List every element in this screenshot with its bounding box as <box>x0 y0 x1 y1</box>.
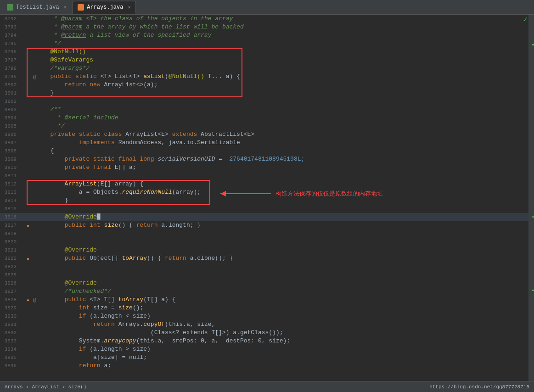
line-number: 3802 <box>3 99 20 104</box>
code-line: 3817▸● public int size() { return a.leng… <box>0 221 528 230</box>
code-line: 3815▸ <box>0 205 528 213</box>
line-number: 3809 <box>3 157 20 162</box>
line-number: 3813 <box>3 190 20 195</box>
line-number: 3805 <box>3 123 20 129</box>
line-number: 3793 <box>3 24 20 30</box>
code-line: 3792▸ * @param <T> the class of the obje… <box>0 15 528 23</box>
tab-testlist-label: TestList.java <box>16 4 59 11</box>
code-text: public int size() { return a.length; } <box>39 221 201 230</box>
line-number: 3803 <box>3 107 20 112</box>
code-line: 3830▸ if (a.length < size) <box>0 312 528 320</box>
code-line: 3835▸ a[size] = null; <box>0 353 528 362</box>
code-lines: 3792▸ * @param <T> the class of the obje… <box>0 15 528 370</box>
code-line: 3795▸ */ <box>0 39 528 48</box>
code-line: 3810▸ private final E[] a; <box>0 163 528 172</box>
code-line: 3802▸ <box>0 97 528 106</box>
indicator-mark-3 <box>532 290 534 291</box>
tab-testlist-close[interactable]: ✕ <box>64 4 67 10</box>
line-number: 3796 <box>3 49 20 55</box>
line-number: 3826 <box>3 280 20 286</box>
code-text: public <T> T[] toArray(T[] a) { <box>39 296 175 304</box>
code-text: int size = size(); <box>39 304 143 312</box>
code-text: * @param <T> the class of the objects in… <box>39 15 233 23</box>
code-line: 3809▸ private static final long serialVe… <box>0 155 528 163</box>
code-text: { <box>39 147 54 155</box>
code-line: 3834▸ if (a.length > size) <box>0 345 528 353</box>
line-number: 3827 <box>3 289 20 294</box>
code-line: 3793▸ * @param a the array by which the … <box>0 23 528 31</box>
code-line: 3813▸ a = Objects.requireNonNull(array); <box>0 188 528 196</box>
line-number: 3804 <box>3 115 20 121</box>
code-line: 3805▸ */ <box>0 122 528 130</box>
code-text: /*unchecked*/ <box>39 287 111 296</box>
code-text: return Arrays.copyOf(this.a, size, <box>39 320 215 329</box>
line-number: 3798 <box>3 66 20 71</box>
arrays-icon <box>78 4 84 11</box>
bookmark-icon: ● <box>27 224 29 229</box>
code-line: 3798▸ /*varargs*/ <box>0 64 528 73</box>
code-line: 3814▸ } <box>0 196 528 205</box>
code-line: 3811▸ <box>0 172 528 180</box>
code-line: 3821▸ @Override <box>0 246 528 254</box>
code-text: private static class ArrayList<E> extend… <box>39 130 254 139</box>
code-line: 3796▸ @NotNull() <box>0 48 528 56</box>
line-number: 3800 <box>3 82 20 88</box>
line-number: 3830 <box>3 314 20 319</box>
line-number: 3828 <box>3 297 20 302</box>
code-line: 3820▸ <box>0 238 528 246</box>
line-number: 3808 <box>3 148 20 154</box>
code-text: if (a.length > size) <box>39 345 151 353</box>
code-area[interactable]: 3792▸ * @param <T> the class of the obje… <box>0 15 528 381</box>
code-line: 3808▸ { <box>0 147 528 155</box>
breakpoint-area: ● <box>27 222 33 229</box>
line-number: 3806 <box>3 132 20 137</box>
line-number: 3820 <box>3 239 20 245</box>
code-line: 3825▸ <box>0 271 528 279</box>
code-line: 3803▸ /** <box>0 106 528 114</box>
tab-arrays-close[interactable]: ✕ <box>128 4 131 10</box>
status-url: https://blog.csdn.net/qq877728715 <box>429 384 529 390</box>
line-number: 3812 <box>3 181 20 187</box>
code-line: 3823▸ <box>0 263 528 271</box>
code-text: @Override█ <box>39 213 101 221</box>
code-text: } <box>39 196 68 205</box>
bookmark-icon: ● <box>27 298 29 303</box>
check-mark: ✓ <box>523 15 528 24</box>
line-number: 3794 <box>3 33 20 38</box>
code-text: if (a.length < size) <box>39 312 151 320</box>
code-line: 3806▸ private static class ArrayList<E> … <box>0 130 528 139</box>
line-number: 3811 <box>3 173 20 179</box>
line-number: 3822 <box>3 256 20 261</box>
code-line: 3797▸ @SafeVarargs <box>0 56 528 64</box>
right-indicator-bar <box>528 15 534 381</box>
code-text: a[size] = null; <box>39 353 147 362</box>
line-number: 3833 <box>3 338 20 344</box>
tab-bar: TestList.java ✕ Arrays.java ✕ <box>0 0 534 15</box>
code-line: 3822▸● public Object[] toArray() { retur… <box>0 254 528 263</box>
status-breadcrumb: Arrays › ArrayList › size() <box>5 384 86 390</box>
code-line: 3812▸ ArrayList(E[] array) { <box>0 180 528 188</box>
breadcrumb-text: Arrays › ArrayList › size() <box>5 384 86 390</box>
code-text: public Object[] toArray() { return a.clo… <box>39 254 233 263</box>
code-text: * @serial include <box>39 114 118 122</box>
line-number: 3814 <box>3 198 20 203</box>
code-text: private final E[] a; <box>39 163 136 172</box>
line-number: 3835 <box>3 355 20 360</box>
code-line: 3800▸ return new ArrayList<>(a); <box>0 81 528 89</box>
line-number: 3801 <box>3 90 20 96</box>
tab-arrays[interactable]: Arrays.java ✕ <box>73 1 136 14</box>
code-text: @Override <box>39 246 97 254</box>
line-number: 3792 <box>3 16 20 22</box>
code-text: return new ArrayList<>(a); <box>39 81 157 89</box>
code-text: return a; <box>39 362 111 370</box>
tab-testlist[interactable]: TestList.java ✕ <box>2 1 72 14</box>
testlist-icon <box>7 4 13 11</box>
code-text: * @return a list view of the specified a… <box>39 31 211 39</box>
code-line: 3831▸ return Arrays.copyOf(this.a, size, <box>0 320 528 329</box>
indicator-mark-2 <box>532 216 534 218</box>
code-line: 3801▸ } <box>0 89 528 97</box>
code-text: System.arraycopy(this.a, srcPos: 0, a, d… <box>39 337 290 345</box>
tab-arrays-label: Arrays.java <box>87 4 123 11</box>
code-text: @Override <box>39 279 97 287</box>
code-text: * @param a the array by which the list w… <box>39 23 244 31</box>
